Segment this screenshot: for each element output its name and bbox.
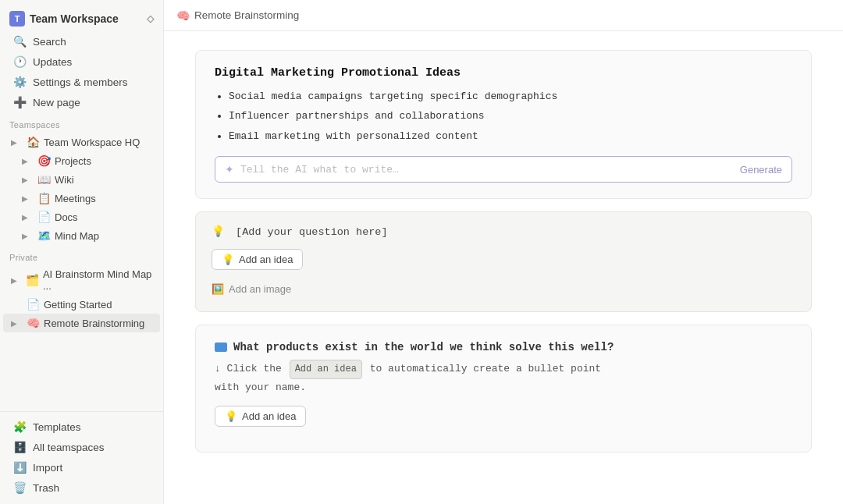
hq-label: Team Workspace HQ bbox=[44, 137, 140, 148]
sidebar-item-mindmap[interactable]: ▶ 🗺️ Mind Map bbox=[3, 226, 160, 245]
mindmap-label: Mind Map bbox=[55, 230, 99, 242]
remote-brainstorm-chevron: ▶ bbox=[11, 319, 22, 328]
new-page-label: New page bbox=[33, 97, 80, 108]
projects-label: Projects bbox=[55, 155, 91, 167]
ai-placeholder: Tell the AI what to write… bbox=[240, 164, 734, 176]
add-idea-button[interactable]: 💡 Add an idea bbox=[212, 249, 303, 270]
add-idea-inline-badge: Add an idea bbox=[290, 360, 362, 378]
products-desc-line2: to automatically create a bullet point bbox=[370, 363, 601, 374]
all-teamspaces-label: All teamspaces bbox=[33, 442, 105, 453]
ai-generate-button[interactable]: Generate bbox=[740, 164, 782, 176]
wiki-label: Wiki bbox=[55, 174, 74, 186]
sidebar-item-templates[interactable]: 🧩 Templates bbox=[3, 417, 160, 437]
sidebar-item-hq[interactable]: ▶ 🏠 Team Workspace HQ bbox=[3, 133, 160, 151]
products-desc-line1: ↓ Click the bbox=[215, 363, 282, 374]
remote-brainstorm-icon: 🧠 bbox=[27, 317, 39, 329]
meetings-icon: 📋 bbox=[37, 192, 50, 204]
blue-block-icon bbox=[215, 343, 227, 352]
remote-brainstorm-label: Remote Brainstorming bbox=[44, 318, 144, 329]
add-image-button[interactable]: 🖼️ Add an image bbox=[212, 279, 291, 299]
workspace-name: Team Workspace bbox=[30, 12, 119, 25]
docs-chevron: ▶ bbox=[22, 213, 33, 222]
question-content: [Add your question here] bbox=[236, 226, 387, 238]
sidebar-item-projects[interactable]: ▶ 🎯 Projects bbox=[3, 151, 160, 170]
ai-brainstorm-icon: 🗂️ bbox=[26, 274, 38, 286]
sidebar: T Team Workspace ◇ 🔍 Search 🕐 Updates ⚙️… bbox=[0, 0, 164, 504]
add-idea-icon: 💡 bbox=[222, 254, 234, 265]
marketing-bullets: Social media campaigns targeting specifi… bbox=[215, 87, 792, 145]
add-image-label: Add an image bbox=[229, 283, 291, 295]
search-label: Search bbox=[33, 36, 66, 48]
workspace-header[interactable]: T Team Workspace ◇ bbox=[0, 6, 163, 31]
question-text: 💡 [Add your question here] bbox=[212, 225, 795, 238]
products-add-idea-button[interactable]: 💡 Add an idea bbox=[215, 406, 306, 427]
ai-spark-icon: ✦ bbox=[225, 163, 234, 176]
bullet-1: Social media campaigns targeting specifi… bbox=[229, 87, 792, 105]
meetings-label: Meetings bbox=[55, 193, 96, 204]
import-icon: ⬇️ bbox=[12, 461, 27, 474]
products-add-idea-icon: 💡 bbox=[225, 410, 237, 422]
marketing-card-title: Digital Marketing Promotional Ideas bbox=[215, 66, 792, 80]
products-title-text: What products exist in the world we thin… bbox=[233, 341, 614, 353]
breadcrumb-emoji: 🧠 bbox=[176, 9, 190, 22]
docs-label: Docs bbox=[55, 211, 78, 223]
meetings-chevron: ▶ bbox=[22, 194, 33, 203]
content-area: Digital Marketing Promotional Ideas Soci… bbox=[164, 31, 843, 504]
products-desc-line3: with your name. bbox=[215, 382, 306, 393]
clock-icon: 🕐 bbox=[12, 55, 27, 68]
templates-label: Templates bbox=[33, 421, 81, 433]
getting-started-label: Getting Started bbox=[44, 299, 112, 311]
ai-brainstorm-chevron: ▶ bbox=[11, 276, 21, 285]
sidebar-item-settings[interactable]: ⚙️ Settings & members bbox=[3, 72, 160, 92]
breadcrumb-text: Remote Brainstorming bbox=[194, 9, 299, 21]
sidebar-item-wiki[interactable]: ▶ 📖 Wiki bbox=[3, 170, 160, 189]
ai-brainstorm-label: AI Brainstorm Mind Map ... bbox=[43, 268, 154, 292]
mindmap-chevron: ▶ bbox=[22, 232, 33, 240]
sidebar-item-new-page[interactable]: ➕ New page bbox=[3, 92, 160, 112]
templates-icon: 🧩 bbox=[12, 421, 27, 433]
trash-icon: 🗑️ bbox=[12, 481, 27, 494]
bullet-3: Email marketing with personalized conten… bbox=[229, 127, 792, 145]
sidebar-item-all-teamspaces[interactable]: 🗄️ All teamspaces bbox=[3, 437, 160, 457]
sidebar-item-updates[interactable]: 🕐 Updates bbox=[3, 51, 160, 72]
wiki-icon: 📖 bbox=[37, 173, 50, 186]
trash-label: Trash bbox=[33, 482, 59, 494]
sidebar-item-remote-brainstorming[interactable]: ▶ 🧠 Remote Brainstorming bbox=[3, 314, 160, 332]
mindmap-icon: 🗺️ bbox=[37, 229, 50, 242]
settings-label: Settings & members bbox=[33, 76, 128, 88]
marketing-card: Digital Marketing Promotional Ideas Soci… bbox=[195, 50, 812, 199]
import-label: Import bbox=[33, 462, 62, 474]
hq-icon: 🏠 bbox=[27, 136, 39, 148]
bullet-2: Influencer partnerships and collaboratio… bbox=[229, 107, 792, 125]
sidebar-item-ai-brainstorm[interactable]: ▶ 🗂️ AI Brainstorm Mind Map ... bbox=[3, 265, 160, 295]
sidebar-item-import[interactable]: ⬇️ Import bbox=[3, 457, 160, 477]
docs-icon: 📄 bbox=[37, 211, 50, 223]
private-section-label: Private bbox=[0, 245, 163, 265]
image-icon: 🖼️ bbox=[212, 283, 224, 295]
bulb-icon: 💡 bbox=[212, 226, 225, 238]
ai-input-row[interactable]: ✦ Tell the AI what to write… Generate bbox=[215, 156, 792, 183]
projects-icon: 🎯 bbox=[37, 154, 50, 167]
sidebar-item-getting-started[interactable]: ▶ 📄 Getting Started bbox=[3, 295, 160, 314]
products-add-idea-label: Add an idea bbox=[242, 410, 296, 422]
updates-label: Updates bbox=[33, 56, 72, 68]
sidebar-item-trash[interactable]: 🗑️ Trash bbox=[3, 477, 160, 498]
search-icon: 🔍 bbox=[12, 35, 27, 48]
getting-started-icon: 📄 bbox=[27, 298, 39, 311]
all-teamspaces-icon: 🗄️ bbox=[12, 441, 27, 453]
products-title: What products exist in the world we thin… bbox=[215, 341, 792, 353]
sidebar-item-search[interactable]: 🔍 Search bbox=[3, 31, 160, 51]
teamspaces-section-label: Teamspaces bbox=[0, 112, 163, 133]
projects-chevron: ▶ bbox=[22, 157, 33, 165]
wiki-chevron: ▶ bbox=[22, 176, 33, 184]
breadcrumb: 🧠 Remote Brainstorming bbox=[176, 9, 299, 22]
settings-icon: ⚙️ bbox=[12, 76, 27, 88]
topbar: 🧠 Remote Brainstorming bbox=[164, 0, 843, 31]
add-idea-label: Add an idea bbox=[239, 254, 293, 265]
products-card: What products exist in the world we thin… bbox=[195, 325, 812, 452]
sidebar-item-docs[interactable]: ▶ 📄 Docs bbox=[3, 208, 160, 226]
products-desc: ↓ Click the Add an idea to automatically… bbox=[215, 360, 792, 396]
workspace-icon: T bbox=[9, 11, 25, 27]
question-card: 💡 [Add your question here] 💡 Add an idea… bbox=[195, 211, 812, 312]
sidebar-item-meetings[interactable]: ▶ 📋 Meetings bbox=[3, 189, 160, 208]
